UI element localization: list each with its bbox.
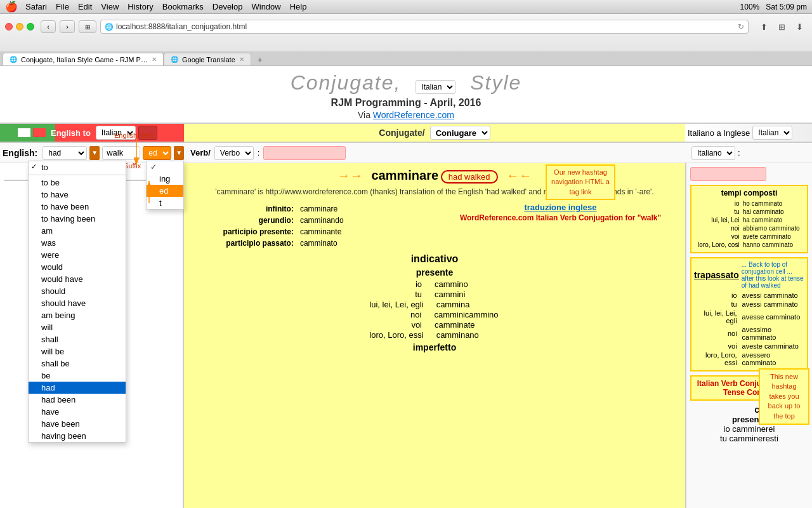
tab-google-translate[interactable]: 🌐 Google Translate ✕ (164, 53, 251, 65)
tabs-button[interactable]: ⊞ (79, 20, 96, 33)
part-pass-value: camminato (298, 238, 427, 248)
new-tab-icon[interactable]: ⊞ (774, 20, 789, 33)
new-tab-button[interactable]: + (254, 54, 266, 65)
dropdown-have[interactable]: have (29, 406, 126, 418)
dropdown-am-being[interactable]: am being (29, 309, 126, 321)
dropdown-should[interactable]: should (29, 285, 126, 297)
italiano-select[interactable]: Italiano (691, 146, 735, 160)
dropdown-will[interactable]: will (29, 321, 126, 333)
dropdown-be[interactable]: be (29, 370, 126, 382)
presente-conjugation: io cammino tu cammini lui, lei, Lei, egl… (189, 279, 680, 340)
suffix-ed[interactable]: ed (147, 185, 183, 197)
dropdown-have-been[interactable]: have been (29, 418, 126, 430)
tab-main[interactable]: 🌐 Conjugate, Italian Style Game - RJM Pr… (3, 53, 164, 65)
italian-flag-green (3, 128, 15, 137)
indicativo-title: indicativo (189, 253, 680, 265)
share-icon[interactable]: ⬆ (756, 20, 771, 33)
suffix-select[interactable]: ed (143, 146, 171, 160)
address-bar[interactable]: 🌐 localhost:8888/italian_conjugation.htm… (100, 20, 749, 34)
menu-file[interactable]: File (56, 2, 69, 11)
dropdown-to[interactable]: to (29, 161, 126, 173)
url-text: localhost:8888/italian_conjugation.html (116, 22, 247, 31)
menu-bookmarks[interactable]: Bookmarks (162, 2, 204, 11)
dropdown-would[interactable]: would (29, 261, 126, 273)
italian-flag-white (18, 128, 30, 137)
dropdown-were[interactable]: were (29, 249, 126, 261)
menu-help[interactable]: Help (290, 2, 307, 11)
downloads-icon[interactable]: ⬇ (792, 20, 807, 33)
wordref-link-text[interactable]: WordReference.com Italian Verb Conjugati… (460, 213, 661, 222)
hashtag-back-note: This new hashtag takes you back up to th… (759, 368, 809, 425)
suffix-t[interactable]: t (147, 197, 183, 209)
minimize-button[interactable] (16, 23, 23, 30)
reload-icon[interactable]: ↻ (738, 22, 744, 31)
dropdown-had-been[interactable]: had been (29, 394, 126, 406)
dropdown-had[interactable]: had (29, 382, 126, 394)
title-lang-dropdown[interactable]: Italian (416, 80, 455, 94)
verbo-select[interactable]: Verbo (214, 146, 254, 160)
trapassato-verb-lui: avesse camminato (742, 309, 803, 324)
tempi-section: tempi composti io ho camminato tu hai ca… (690, 185, 808, 253)
italiano-input[interactable] (690, 167, 766, 181)
suffix-arrow[interactable]: ▼ (174, 146, 184, 160)
tempi-verb-lui: ha camminato (743, 217, 803, 224)
dropdown-should-have[interactable]: should have (29, 297, 126, 309)
tu-label: tu (720, 434, 727, 443)
tab-close-google[interactable]: ✕ (239, 56, 244, 63)
dropdown-will-be[interactable]: will be (29, 345, 126, 358)
trapassato-back-link[interactable]: ... Back to top of conjugation cell ... … (742, 261, 804, 289)
page-title-main: Conjugate, Italian Style (0, 71, 812, 95)
tense-select[interactable]: had (43, 146, 87, 160)
dropdown-would-have[interactable]: would have (29, 273, 126, 285)
dropdown-to-having-been[interactable]: to having been (29, 213, 126, 225)
trapassato-verb-tu: avessi camminato (742, 300, 803, 308)
back-button[interactable]: ‹ (41, 20, 56, 33)
tempi-verb-io: ho camminato (743, 200, 803, 207)
wordreference-link[interactable]: WordReference.com (373, 110, 454, 120)
trapassato-row-tu: tu avessi camminato (695, 300, 803, 308)
dropdown-having-been[interactable]: having been (29, 430, 126, 442)
verb-input[interactable] (263, 146, 346, 160)
tense-select-arrow[interactable]: ▼ (89, 146, 100, 160)
tense-dropdown-menu[interactable]: to to be to have to have been to having … (28, 161, 126, 443)
tempi-row-loro: loro, Loro, cosi hanno camminato (695, 241, 803, 248)
dropdown-shall[interactable]: shall (29, 333, 126, 345)
dropdown-was[interactable]: was (29, 237, 126, 249)
dropdown-to-have[interactable]: to have (29, 189, 126, 201)
dropdown-shall-be[interactable]: shall be (29, 358, 126, 370)
menu-develop[interactable]: Develop (213, 2, 243, 11)
table-row: gerundio: camminando (190, 215, 427, 225)
suffix-options-popup[interactable]: ✓ ing ed t (146, 161, 184, 210)
language-dropdown[interactable]: Italian (96, 126, 136, 140)
verb-colon: : (258, 148, 260, 157)
dropdown-am[interactable]: am (29, 225, 126, 237)
apple-menu[interactable]: 🍎 (5, 1, 18, 13)
color-picker[interactable] (138, 126, 157, 140)
menu-window[interactable]: Window (251, 2, 280, 11)
menu-view[interactable]: View (101, 2, 119, 11)
coniugare-dropdown[interactable]: Coniugare (430, 126, 490, 140)
wordref-link-section: traduzione inglese WordReference.com Ita… (441, 203, 680, 250)
maximize-button[interactable] (27, 23, 34, 30)
forward-button[interactable]: › (60, 20, 75, 33)
conj-row-noi: noi camminicammino (189, 310, 680, 319)
verb-root-input[interactable] (102, 146, 140, 160)
traduzione-link[interactable]: traduzione inglese (524, 203, 596, 212)
left-conj-table: infinito: camminare gerundio: camminando… (189, 203, 428, 250)
suffix-ing[interactable]: ing (147, 173, 183, 185)
menu-safari[interactable]: Safari (25, 2, 47, 11)
close-button[interactable] (5, 23, 13, 30)
menu-edit[interactable]: Edit (78, 2, 92, 11)
browser-chrome: ‹ › ⊞ 🌐 localhost:8888/italian_conjugati… (0, 14, 812, 52)
subtitle: RJM Programming - April, 2016 (0, 97, 812, 109)
globe-icon: 🌐 (105, 23, 114, 31)
right-panel: tempi composti io ho camminato tu hai ca… (685, 163, 812, 508)
trapassato-row-io: io avessi camminato (695, 291, 803, 299)
dropdown-to-have-been[interactable]: to have been (29, 201, 126, 213)
menu-history[interactable]: History (128, 2, 153, 11)
tab-close-main[interactable]: ✕ (152, 56, 157, 63)
title-language-selector[interactable]: Italian (416, 71, 462, 94)
dropdown-to-be[interactable]: to be (29, 177, 126, 189)
hashtag-nav-annotation: Our new hashtag navigation HTML a tag li… (546, 164, 615, 200)
italiano-dropdown[interactable]: Italian (752, 126, 792, 140)
